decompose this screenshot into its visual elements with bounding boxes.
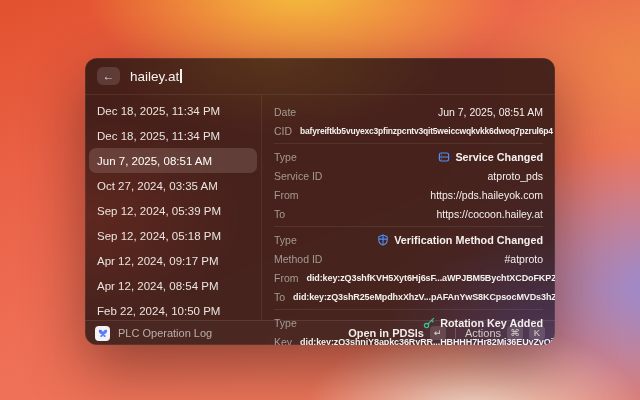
actions-button[interactable]: Actions [465, 327, 501, 339]
detail-label: Service ID [274, 170, 322, 182]
detail-row: Service ID atproto_pds [274, 166, 543, 185]
desktop-background: ← hailey.at Dec 18, 2025, 11:34 PM Dec 1… [0, 0, 640, 400]
detail-label: From [274, 272, 299, 284]
detail-panel: Date Jun 7, 2025, 08:51 AM CID bafyreift… [262, 95, 555, 320]
detail-value-text: Verification Method Changed [394, 234, 543, 246]
detail-value: bafyreiftkb5vuyexc3pfinzpcntv3qit5weiccw… [300, 126, 543, 136]
list-item-label: Apr 12, 2024, 09:17 PM [97, 255, 218, 267]
detail-value: Verification Method Changed [377, 234, 543, 246]
open-in-pdsls-button[interactable]: Open in PDSls [348, 327, 424, 339]
detail-value: https://pds.haileyok.com [430, 189, 543, 201]
k-key-badge: K [529, 326, 545, 340]
detail-value-text: https://pds.haileyok.com [430, 189, 543, 201]
back-arrow-icon: ← [103, 70, 115, 82]
detail-section: Date Jun 7, 2025, 08:51 AM CID bafyreift… [274, 99, 543, 143]
detail-row: Method ID #atproto [274, 249, 543, 268]
list-item[interactable]: Apr 12, 2024, 09:17 PM [89, 248, 257, 273]
detail-section: Type Verification Method Changed Method … [274, 226, 543, 309]
detail-value-text: Service Changed [455, 151, 543, 163]
list-item-selected[interactable]: Jun 7, 2025, 08:51 AM [89, 148, 257, 173]
content-area: Dec 18, 2025, 11:34 PM Dec 18, 2025, 11:… [85, 95, 555, 320]
detail-value-text: did:key:zQ3shfKVH5Xyt6Hj6sF...aWPJBM5Byc… [307, 273, 556, 283]
detail-label: CID [274, 125, 292, 137]
detail-value-text: bafyreiftkb5vuyexc3pfinzpcntv3qit5weiccw… [300, 126, 553, 136]
detail-value: did:key:zQ3shR25eMpdhxXhzV...pAFAnYwS8KC… [293, 292, 543, 302]
list-item-label: Sep 12, 2024, 05:18 PM [97, 230, 221, 242]
detail-row: To https://cocoon.hailey.at [274, 204, 543, 223]
back-button[interactable]: ← [97, 67, 120, 85]
list-item-label: Jun 7, 2025, 08:51 AM [97, 155, 212, 167]
list-item-label: Oct 27, 2024, 03:35 AM [97, 180, 218, 192]
detail-row: To did:key:zQ3shR25eMpdhxXhzV...pAFAnYwS… [274, 287, 543, 306]
list-item[interactable]: Sep 12, 2024, 05:18 PM [89, 223, 257, 248]
launcher-window: ← hailey.at Dec 18, 2025, 11:34 PM Dec 1… [85, 58, 555, 345]
search-query-text: hailey.at [130, 69, 179, 84]
app-badge: PLC Operation Log [95, 326, 340, 341]
text-caret [180, 69, 182, 83]
list-item[interactable]: Oct 27, 2024, 03:35 AM [89, 173, 257, 198]
detail-value: Jun 7, 2025, 08:51 AM [438, 106, 543, 118]
search-input[interactable]: hailey.at [130, 69, 182, 84]
list-item[interactable]: Dec 18, 2025, 11:34 PM [89, 123, 257, 148]
detail-label: Date [274, 106, 296, 118]
list-item-label: Dec 18, 2025, 11:34 PM [97, 130, 220, 142]
detail-row: CID bafyreiftkb5vuyexc3pfinzpcntv3qit5we… [274, 121, 543, 140]
cmd-key-badge: ⌘ [507, 326, 523, 340]
detail-row: Type Verification Method Changed [274, 230, 543, 249]
list-item[interactable]: Apr 12, 2024, 08:54 PM [89, 273, 257, 298]
app-name: PLC Operation Log [118, 327, 212, 339]
detail-value: atproto_pds [488, 170, 543, 182]
action-bar: PLC Operation Log Open in PDSls ↵ Action… [85, 320, 555, 345]
detail-row: Date Jun 7, 2025, 08:51 AM [274, 102, 543, 121]
footer-divider [455, 328, 456, 339]
detail-section: Type Service Changed Service ID atproto_… [274, 143, 543, 226]
list-item[interactable]: Sep 12, 2024, 05:39 PM [89, 198, 257, 223]
detail-label: Method ID [274, 253, 322, 265]
detail-row: Type Service Changed [274, 147, 543, 166]
list-item-label: Dec 18, 2025, 11:34 PM [97, 105, 220, 117]
shield-icon [377, 234, 389, 246]
detail-value-text: atproto_pds [488, 170, 543, 182]
detail-label: To [274, 291, 285, 303]
list-item-label: Sep 12, 2024, 05:39 PM [97, 205, 221, 217]
list-item[interactable]: Dec 18, 2025, 11:34 PM [89, 98, 257, 123]
detail-value: Service Changed [438, 151, 543, 163]
operation-list: Dec 18, 2025, 11:34 PM Dec 18, 2025, 11:… [85, 95, 262, 320]
footer-actions: Open in PDSls ↵ Actions ⌘ K [348, 326, 545, 340]
enter-key-badge: ↵ [430, 326, 446, 340]
list-item-label: Feb 22, 2024, 10:50 PM [97, 305, 220, 317]
detail-label: Type [274, 234, 297, 246]
detail-label: Type [274, 151, 297, 163]
detail-value-text: #atproto [504, 253, 543, 265]
server-icon [438, 151, 450, 163]
detail-label: To [274, 208, 285, 220]
detail-value: #atproto [504, 253, 543, 265]
detail-row: From https://pds.haileyok.com [274, 185, 543, 204]
detail-row: From did:key:zQ3shfKVH5Xyt6Hj6sF...aWPJB… [274, 268, 543, 287]
search-bar: ← hailey.at [85, 58, 555, 95]
detail-value-text: Jun 7, 2025, 08:51 AM [438, 106, 543, 118]
detail-label: From [274, 189, 299, 201]
detail-value: https://cocoon.hailey.at [436, 208, 543, 220]
detail-value-text: https://cocoon.hailey.at [436, 208, 543, 220]
detail-value: did:key:zQ3shfKVH5Xyt6Hj6sF...aWPJBM5Byc… [307, 273, 544, 283]
plc-app-icon [95, 326, 110, 341]
detail-value-text: did:key:zQ3shR25eMpdhxXhzV...pAFAnYwS8KC… [293, 292, 555, 302]
list-item-label: Apr 12, 2024, 08:54 PM [97, 280, 218, 292]
